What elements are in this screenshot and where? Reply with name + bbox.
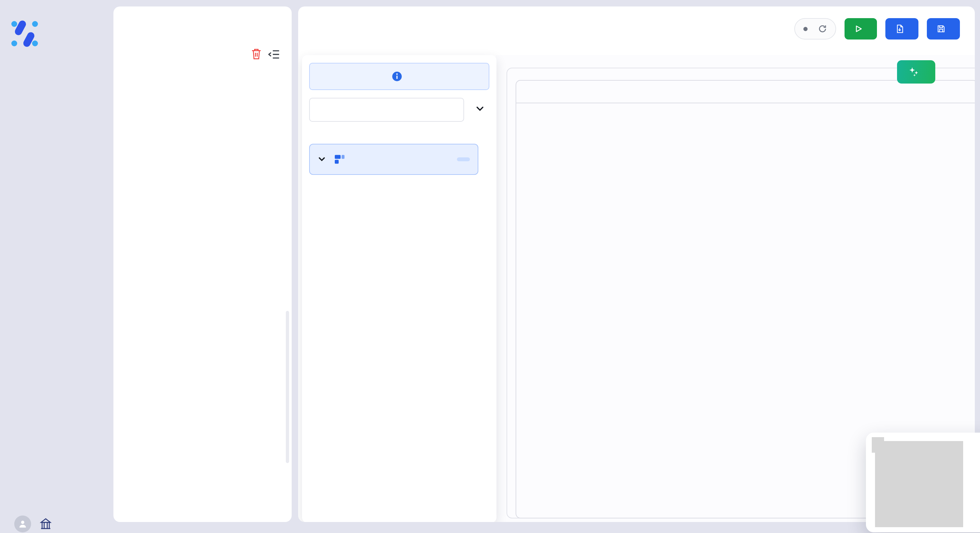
chevron-down-icon[interactable]: [475, 104, 485, 113]
info-icon: [392, 71, 402, 82]
lab-building-icon: [40, 518, 52, 530]
refresh-icon[interactable]: [818, 24, 827, 33]
save-icon: [937, 24, 946, 33]
play-icon: [854, 25, 863, 33]
user-icon: [18, 519, 27, 529]
sparkles-icon: [908, 67, 919, 78]
chevron-down-icon: [318, 155, 326, 163]
category-instruments[interactable]: [309, 144, 478, 175]
delete-icon[interactable]: [251, 48, 261, 60]
collapse-panel-icon[interactable]: [268, 49, 280, 60]
placeholder-image: [875, 441, 963, 527]
save-config-button[interactable]: [927, 18, 960, 40]
bohrium-logo-icon: [10, 19, 40, 49]
sidebar: [0, 0, 113, 533]
grid-icon: [334, 154, 345, 165]
beautify-layout-button[interactable]: [897, 60, 935, 84]
status-dot-icon: [803, 27, 808, 31]
simulation-status-badge[interactable]: [794, 18, 836, 40]
search-input[interactable]: [309, 98, 464, 122]
avatar[interactable]: [14, 516, 31, 532]
hint-banner: [309, 63, 489, 90]
start-simulation-button[interactable]: [845, 18, 877, 40]
download-config-button[interactable]: [885, 18, 918, 40]
download-icon: [895, 24, 904, 33]
category-count-badge: [457, 157, 470, 161]
materials-panel: [113, 6, 292, 522]
template-panel: [302, 55, 496, 522]
preview-popup[interactable]: [866, 433, 980, 532]
materials-scrollbar[interactable]: [286, 311, 289, 463]
